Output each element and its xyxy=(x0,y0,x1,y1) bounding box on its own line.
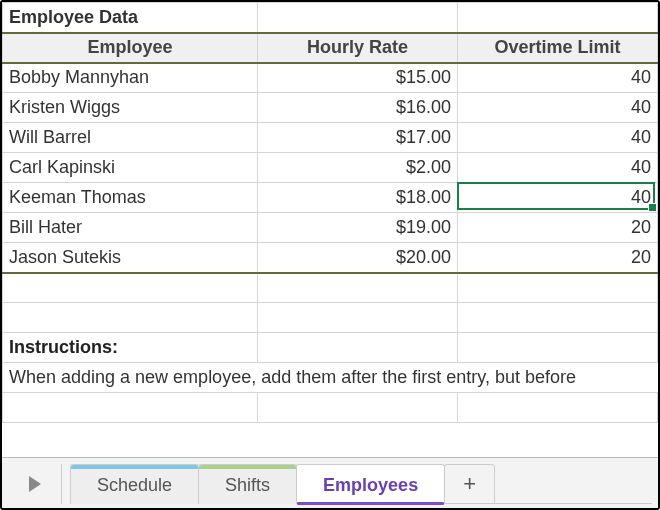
table-row[interactable]: 20 xyxy=(458,213,658,243)
tab-shifts[interactable]: Shifts xyxy=(198,464,297,504)
cell[interactable] xyxy=(258,303,458,333)
cell[interactable] xyxy=(258,333,458,363)
plus-icon: + xyxy=(463,471,476,497)
cell[interactable] xyxy=(3,393,258,423)
instructions-text[interactable]: When adding a new employee, add them aft… xyxy=(3,363,658,393)
table-row[interactable]: Bill Hater xyxy=(3,213,258,243)
cell[interactable] xyxy=(458,303,658,333)
table-row[interactable]: 40 xyxy=(458,153,658,183)
table-row[interactable]: 40 xyxy=(458,183,658,213)
table-row[interactable]: 40 xyxy=(458,93,658,123)
cell[interactable] xyxy=(258,273,458,303)
instructions-label[interactable]: Instructions: xyxy=(3,333,258,363)
tab-label: Employees xyxy=(323,475,418,496)
cell[interactable] xyxy=(458,273,658,303)
column-header-employee[interactable]: Employee xyxy=(3,33,258,63)
tabstrip-spacer xyxy=(494,464,652,504)
tab-add-sheet[interactable]: + xyxy=(444,464,495,504)
table-row[interactable]: $18.00 xyxy=(258,183,458,213)
cell[interactable] xyxy=(258,3,458,33)
cell[interactable] xyxy=(3,303,258,333)
table-row[interactable]: Jason Sutekis xyxy=(3,243,258,273)
play-icon xyxy=(29,476,41,492)
column-header-ot[interactable]: Overtime Limit xyxy=(458,33,658,63)
table-row[interactable]: Bobby Mannyhan xyxy=(3,63,258,93)
tab-accent xyxy=(199,465,296,469)
tab-label: Schedule xyxy=(97,475,172,496)
table-row[interactable]: 20 xyxy=(458,243,658,273)
cell[interactable] xyxy=(258,393,458,423)
table-row[interactable]: Carl Kapinski xyxy=(3,153,258,183)
table-row[interactable]: Kristen Wiggs xyxy=(3,93,258,123)
tab-scroll-button[interactable] xyxy=(8,464,62,504)
table-row[interactable]: $20.00 xyxy=(258,243,458,273)
spreadsheet-window: Employee Data Employee Hourly Rate Overt… xyxy=(0,0,660,510)
tab-label: Shifts xyxy=(225,475,270,496)
table-row[interactable]: Keeman Thomas xyxy=(3,183,258,213)
spreadsheet-grid[interactable]: Employee Data Employee Hourly Rate Overt… xyxy=(2,2,658,457)
tab-employees[interactable]: Employees xyxy=(296,464,445,504)
tab-accent xyxy=(71,465,198,469)
table-row[interactable]: $17.00 xyxy=(258,123,458,153)
cell[interactable] xyxy=(458,3,658,33)
sheet-title[interactable]: Employee Data xyxy=(3,3,258,33)
table-row[interactable]: $15.00 xyxy=(258,63,458,93)
cell[interactable] xyxy=(458,333,658,363)
table-row[interactable]: $2.00 xyxy=(258,153,458,183)
cell[interactable] xyxy=(3,273,258,303)
table-row[interactable]: $16.00 xyxy=(258,93,458,123)
table-row[interactable]: 40 xyxy=(458,123,658,153)
sheet-tab-strip: Schedule Shifts Employees + xyxy=(2,457,658,508)
cell[interactable] xyxy=(458,393,658,423)
table-row[interactable]: $19.00 xyxy=(258,213,458,243)
column-header-rate[interactable]: Hourly Rate xyxy=(258,33,458,63)
table-row[interactable]: Will Barrel xyxy=(3,123,258,153)
sheet-table: Employee Data Employee Hourly Rate Overt… xyxy=(2,2,658,423)
table-row[interactable]: 40 xyxy=(458,63,658,93)
tab-schedule[interactable]: Schedule xyxy=(70,464,199,504)
